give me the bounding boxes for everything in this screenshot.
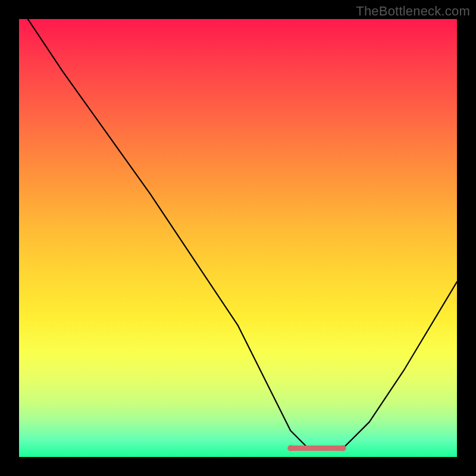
svg-point-0 [287, 445, 293, 451]
watermark-text: TheBottleneck.com [356, 4, 470, 19]
svg-point-1 [340, 445, 346, 451]
bottleneck-curve [19, 19, 457, 457]
